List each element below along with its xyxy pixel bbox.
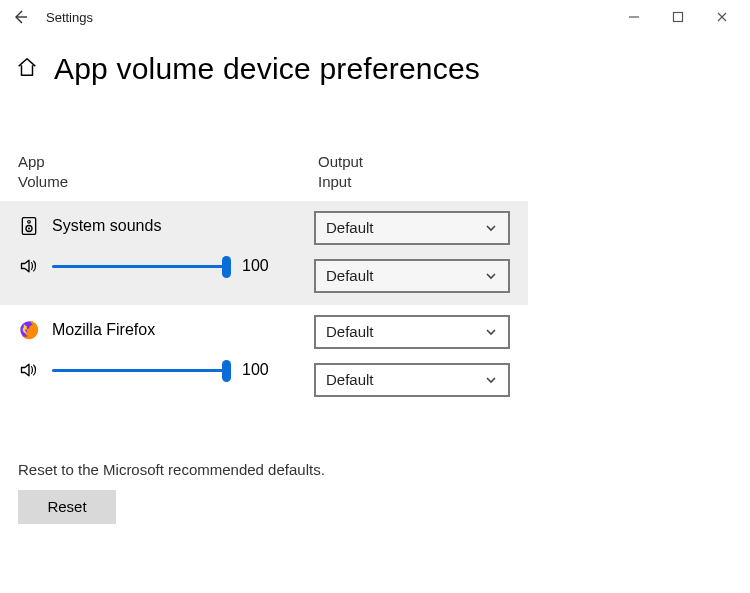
svg-point-4 bbox=[28, 227, 30, 229]
app-row: System sounds 100 Default bbox=[0, 201, 528, 305]
app-row: Mozilla Firefox 100 Default bbox=[0, 305, 528, 409]
app-name: Mozilla Firefox bbox=[52, 321, 155, 339]
maximize-icon bbox=[672, 11, 684, 23]
back-button[interactable] bbox=[8, 5, 32, 29]
volume-icon bbox=[18, 359, 40, 381]
close-button[interactable] bbox=[712, 7, 732, 27]
maximize-button[interactable] bbox=[668, 7, 688, 27]
svg-rect-0 bbox=[674, 13, 683, 22]
home-icon bbox=[16, 56, 38, 82]
reset-button-label: Reset bbox=[47, 498, 86, 515]
chevron-down-icon bbox=[484, 269, 498, 283]
app-rows: System sounds 100 Default bbox=[0, 201, 750, 409]
page-title: App volume device preferences bbox=[54, 52, 480, 86]
column-headers: App Volume Output Input bbox=[0, 152, 750, 193]
minimize-icon bbox=[628, 11, 640, 23]
chevron-down-icon bbox=[484, 221, 498, 235]
column-output-line: Output bbox=[318, 152, 363, 172]
input-dropdown[interactable]: Default bbox=[314, 363, 510, 397]
window-title: Settings bbox=[46, 10, 93, 25]
titlebar: Settings bbox=[0, 0, 750, 34]
column-app-volume-line1: App bbox=[18, 152, 318, 172]
arrow-left-icon bbox=[12, 9, 28, 25]
volume-value: 100 bbox=[242, 361, 269, 379]
page-header: App volume device preferences bbox=[0, 34, 750, 90]
volume-slider[interactable] bbox=[52, 363, 230, 377]
output-value: Default bbox=[326, 323, 374, 340]
reset-caption: Reset to the Microsoft recommended defau… bbox=[18, 461, 732, 478]
reset-section: Reset to the Microsoft recommended defau… bbox=[0, 461, 750, 524]
window-controls bbox=[624, 7, 742, 27]
volume-slider[interactable] bbox=[52, 259, 230, 273]
volume-value: 100 bbox=[242, 257, 269, 275]
volume-icon bbox=[18, 255, 40, 277]
firefox-icon bbox=[18, 319, 40, 341]
column-app-volume-line2: Volume bbox=[18, 172, 318, 192]
output-value: Default bbox=[326, 219, 374, 236]
app-name: System sounds bbox=[52, 217, 161, 235]
reset-button[interactable]: Reset bbox=[18, 490, 116, 524]
speaker-box-icon bbox=[18, 215, 40, 237]
minimize-button[interactable] bbox=[624, 7, 644, 27]
input-dropdown[interactable]: Default bbox=[314, 259, 510, 293]
svg-point-2 bbox=[28, 220, 31, 223]
column-input-line: Input bbox=[318, 172, 363, 192]
input-value: Default bbox=[326, 267, 374, 284]
chevron-down-icon bbox=[484, 325, 498, 339]
input-value: Default bbox=[326, 371, 374, 388]
chevron-down-icon bbox=[484, 373, 498, 387]
output-dropdown[interactable]: Default bbox=[314, 315, 510, 349]
close-icon bbox=[716, 11, 728, 23]
output-dropdown[interactable]: Default bbox=[314, 211, 510, 245]
